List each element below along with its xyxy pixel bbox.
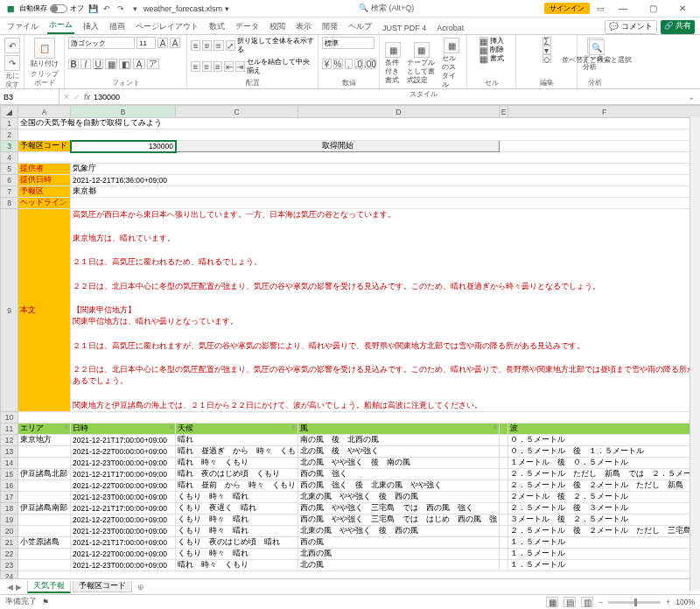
align-left-icon[interactable]: ≡	[191, 61, 200, 72]
row-14[interactable]: 14	[1, 458, 18, 469]
cell-C19[interactable]: くもり 時々 晴れ	[176, 514, 298, 526]
zoom-out-icon[interactable]: −	[598, 598, 603, 606]
cell-A12[interactable]: 東京地方	[18, 435, 71, 446]
cell-F16[interactable]: ２．５メートル 後 ２メートル ただし 新島 では ３	[508, 480, 701, 492]
paste-button[interactable]: 📋貼り付け	[28, 37, 60, 69]
select-all-corner[interactable]: ◢	[1, 106, 18, 118]
align-right-icon[interactable]: ≡	[214, 61, 223, 72]
cell-D14[interactable]: 北の風 やや強く 後 南の風	[298, 458, 500, 469]
cell-C14[interactable]: 晴れ 時々 くもり	[176, 458, 298, 469]
autosave-toggle[interactable]: 自動保存 オフ	[19, 4, 84, 13]
tab-home[interactable]: ホーム	[47, 19, 74, 34]
comments-button[interactable]: 💬 コメント	[605, 20, 656, 34]
row-8[interactable]: 8	[1, 198, 18, 209]
cell-D22[interactable]: 北西の風	[298, 549, 500, 560]
bold-icon[interactable]: B	[68, 59, 79, 69]
cell-D20[interactable]: 北東の風 やや強く 後 西の風	[298, 526, 500, 537]
autosum-icon[interactable]: Σ	[542, 37, 551, 46]
cell-B3[interactable]: 130000	[71, 141, 176, 152]
font-size-dropdown[interactable]: 11	[136, 37, 156, 49]
view-normal-icon[interactable]: ▦	[546, 597, 558, 607]
row-17[interactable]: 17	[1, 492, 18, 503]
col-F[interactable]: F	[508, 106, 701, 118]
accessibility-icon[interactable]: ⚑	[42, 598, 49, 606]
orientation-icon[interactable]: ⤢	[226, 40, 235, 51]
save-icon[interactable]: 💾	[88, 4, 98, 14]
hdr-weather[interactable]: 天候▾	[176, 424, 298, 435]
tab-formulas[interactable]: 数式	[207, 21, 227, 34]
cell-A2[interactable]	[18, 130, 701, 141]
cell-C22[interactable]: くもり 時々 晴れ	[176, 549, 298, 560]
cell-B12[interactable]: 2021-12-21T17:00:00+09:00	[71, 435, 176, 446]
cond-format-button[interactable]: ▦条件付き書式	[383, 41, 403, 86]
cell-D12[interactable]: 南の風 後 北西の風	[298, 435, 500, 446]
row-18[interactable]: 18	[1, 503, 18, 514]
row-10[interactable]: 10	[1, 412, 18, 424]
tab-draw[interactable]: 描画	[108, 21, 127, 34]
worksheet-grid[interactable]: ◢ A B C D E F 1全国の天気予報を自動で取得してみよう 2 3 予報…	[0, 105, 700, 578]
close-button[interactable]: ✕	[670, 1, 695, 17]
cell-D15[interactable]: 西の風 強く	[298, 469, 500, 480]
cell-F12[interactable]: ０．５メートル	[508, 435, 701, 446]
cell-D16[interactable]: 西の風 強く 後 北東の風 やや強く	[298, 480, 500, 492]
row-4[interactable]: 4	[1, 152, 18, 164]
cell-A7[interactable]: 予報区	[18, 186, 71, 198]
cell-B21[interactable]: 2021-12-21T17:00:00+09:00	[71, 537, 176, 549]
row-1[interactable]: 1	[1, 118, 18, 130]
phonetic-icon[interactable]: ア	[147, 59, 159, 69]
font-color-icon[interactable]: A	[133, 59, 145, 69]
tab-acrobat[interactable]: Acrobat	[435, 24, 466, 34]
row-15[interactable]: 15	[1, 469, 18, 480]
redo-qat-icon[interactable]: ↷	[116, 4, 126, 14]
cell-C17[interactable]: くもり 時々 晴れ	[176, 492, 298, 503]
cell-A15[interactable]: 伊豆諸島北部	[18, 469, 71, 480]
shrink-font-icon[interactable]: A	[170, 38, 180, 48]
cell-D17[interactable]: 北東の風 やや強く 後 西の風	[298, 492, 500, 503]
expand-formula-icon[interactable]: ⌄	[682, 92, 700, 102]
cell-C15[interactable]: 晴れ 夜のはじめ頃 くもり	[176, 469, 298, 480]
cell-B9[interactable]: 高気圧が西日本から東日本へ張り出しています。一方、日本海は気圧の谷となっています…	[71, 209, 701, 412]
fetch-button[interactable]: 取得開始	[176, 141, 500, 152]
row-19[interactable]: 19	[1, 514, 18, 526]
cell-F21[interactable]: １．５メートル	[508, 537, 701, 549]
share-button[interactable]: 🔗 共有	[661, 20, 695, 34]
row-24[interactable]: 24	[1, 571, 18, 578]
tab-data[interactable]: データ	[234, 21, 261, 34]
cell-B19[interactable]: 2021-12-22T00:00:00+09:00	[71, 514, 176, 526]
cell-B7[interactable]: 東京都	[71, 186, 701, 198]
filename[interactable]: weather_forecast.xlsm ▾	[144, 4, 229, 13]
cell-F14[interactable]: １メートル 後 ０．５メートル	[508, 458, 701, 469]
row-12[interactable]: 12	[1, 435, 18, 446]
cell-D21[interactable]: 西の風	[298, 537, 500, 549]
enter-fx-icon[interactable]: ✓	[74, 93, 80, 102]
grow-font-icon[interactable]: A	[158, 38, 168, 48]
cell-style-button[interactable]: ▦セルのスタイル	[440, 37, 463, 90]
align-mid-icon[interactable]: ≡	[202, 40, 212, 51]
name-box[interactable]: B3	[0, 89, 60, 104]
cell-B23[interactable]: 2021-12-23T00:00:00+09:00	[71, 560, 176, 571]
merge-button[interactable]: セルを結合して中央揃え	[247, 58, 314, 75]
sheet-tab-2[interactable]: 予報区コード	[73, 581, 132, 592]
zoom-level[interactable]: 100%	[676, 598, 695, 606]
cell-A23[interactable]	[18, 560, 71, 571]
table-format-button[interactable]: ▦テーブルとして書式設定	[405, 41, 438, 86]
comma-icon[interactable]: ,	[345, 59, 353, 69]
cell-A20[interactable]	[18, 526, 71, 537]
maximize-button[interactable]: ▢	[640, 1, 665, 17]
minimize-button[interactable]: —	[611, 1, 635, 17]
tab-justpdf[interactable]: JUST PDF 4	[381, 24, 428, 34]
cell-F15[interactable]: ２．５メートル ただし 新島 では ２．５メートル	[508, 469, 701, 480]
cell-A3[interactable]: 予報区コード	[18, 141, 71, 152]
formula-bar[interactable]: 130000	[94, 93, 120, 102]
dec-dec-icon[interactable]: .00	[365, 59, 375, 69]
fx-icon[interactable]: fx	[84, 93, 90, 102]
border-icon[interactable]: ▦	[105, 59, 117, 69]
row-13[interactable]: 13	[1, 446, 18, 458]
cell-A13[interactable]	[18, 446, 71, 458]
cell-F18[interactable]: ２．５メートル 後 ３メートル	[508, 503, 701, 514]
view-pagebreak-icon[interactable]: ▥	[581, 597, 593, 607]
cell-B17[interactable]: 2021-12-23T00:00:00+09:00	[71, 492, 176, 503]
undo-qat-icon[interactable]: ↶	[102, 4, 112, 14]
cell-B16[interactable]: 2021-12-22T00:00:00+09:00	[71, 480, 176, 492]
font-name-dropdown[interactable]: 游ゴシック	[68, 37, 135, 49]
